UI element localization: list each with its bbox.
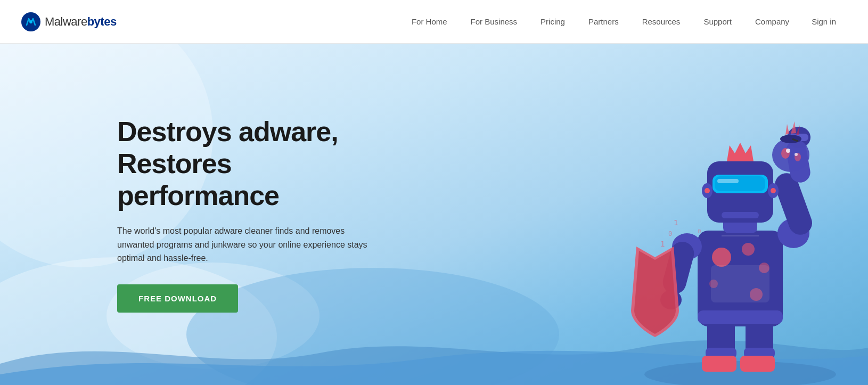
robot-svg: 1 0 1 0 1 0 1 0 [628, 76, 852, 385]
hero-subtext: The world's most popular adware cleaner … [117, 224, 373, 265]
svg-point-1 [29, 20, 32, 23]
malwarebytes-logo-icon [21, 12, 40, 31]
nav-support[interactable]: Support [692, 0, 743, 44]
svg-rect-23 [698, 310, 783, 324]
hero-headline-line2: Restores performance [117, 148, 279, 211]
hero-section: Destroys adware, Restores performance Th… [0, 44, 868, 385]
svg-text:0: 0 [698, 228, 701, 235]
svg-point-19 [742, 243, 755, 256]
nav-for-business[interactable]: For Business [459, 0, 529, 44]
nav-resources[interactable]: Resources [630, 0, 692, 44]
nav-company[interactable]: Company [743, 0, 801, 44]
svg-rect-38 [717, 179, 739, 183]
logo[interactable]: Malwarebytes [21, 12, 117, 31]
logo-text-malware: Malware [45, 15, 87, 28]
svg-text:1: 1 [660, 240, 665, 248]
logo-text-bytes: bytes [87, 15, 117, 28]
svg-rect-37 [715, 176, 765, 191]
svg-point-42 [771, 188, 776, 193]
main-nav: For Home For Business Pricing Partners R… [400, 0, 847, 44]
hero-headline-line1: Destroys adware, [117, 116, 338, 147]
header: Malwarebytes For Home For Business Prici… [0, 0, 868, 44]
svg-rect-24 [711, 265, 769, 302]
svg-text:0: 0 [668, 230, 672, 237]
svg-rect-43 [722, 212, 759, 218]
hero-headline: Destroys adware, Restores performance [117, 116, 373, 211]
free-download-button[interactable]: FREE DOWNLOAD [117, 284, 238, 313]
svg-point-45 [780, 135, 801, 143]
svg-point-50 [795, 153, 798, 156]
hero-robot-illustration: 1 0 1 0 1 0 1 0 [628, 76, 852, 385]
svg-point-18 [712, 248, 731, 267]
svg-text:1: 1 [674, 218, 678, 227]
svg-point-41 [705, 188, 710, 193]
nav-for-home[interactable]: For Home [400, 0, 459, 44]
hero-content: Destroys adware, Restores performance Th… [0, 116, 373, 313]
nav-pricing[interactable]: Pricing [529, 0, 577, 44]
nav-signin[interactable]: Sign in [801, 0, 847, 44]
svg-rect-16 [740, 356, 775, 372]
svg-rect-28 [772, 170, 815, 238]
svg-point-49 [786, 149, 790, 153]
nav-partners[interactable]: Partners [577, 0, 630, 44]
svg-rect-13 [702, 356, 736, 372]
